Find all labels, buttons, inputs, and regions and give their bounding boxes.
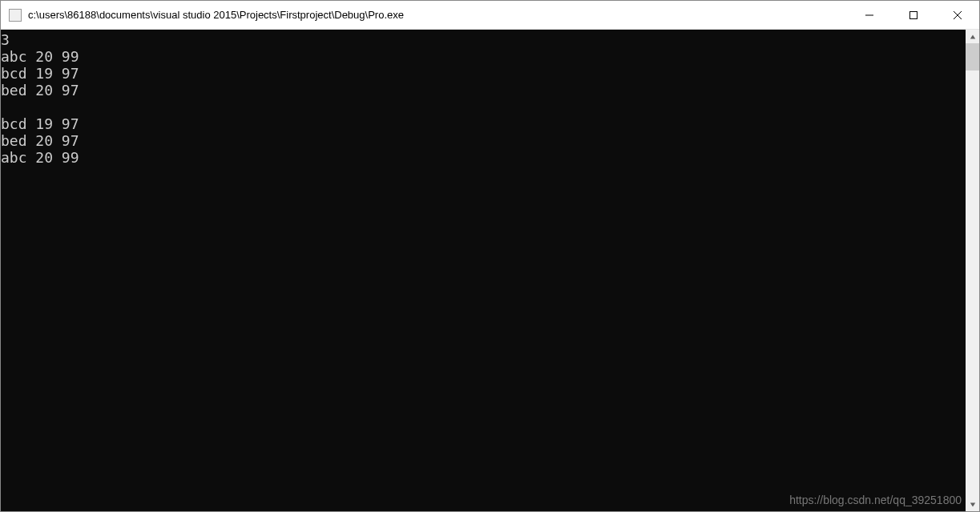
console-output[interactable]: 3 abc 20 99 bcd 19 97 bed 20 97 bcd 19 9… <box>1 30 966 511</box>
vertical-scrollbar[interactable] <box>966 30 979 511</box>
scroll-up-button[interactable] <box>966 30 979 43</box>
console-window: c:\users\86188\documents\visual studio 2… <box>0 0 980 512</box>
close-icon <box>954 11 962 19</box>
svg-marker-5 <box>970 502 974 506</box>
window-controls <box>847 1 979 29</box>
console-body: 3 abc 20 99 bcd 19 97 bed 20 97 bcd 19 9… <box>1 30 979 511</box>
svg-marker-4 <box>970 34 974 38</box>
chevron-up-icon <box>970 34 976 40</box>
window-title: c:\users\86188\documents\visual studio 2… <box>28 9 847 21</box>
app-icon <box>9 9 22 22</box>
close-button[interactable] <box>935 1 979 29</box>
minimize-button[interactable] <box>847 1 891 29</box>
titlebar[interactable]: c:\users\86188\documents\visual studio 2… <box>1 1 979 30</box>
chevron-down-icon <box>970 502 976 508</box>
scrollbar-track[interactable] <box>966 43 979 498</box>
svg-rect-1 <box>909 11 917 18</box>
minimize-icon <box>865 11 873 19</box>
maximize-button[interactable] <box>891 1 935 29</box>
scroll-down-button[interactable] <box>966 498 979 511</box>
scrollbar-thumb[interactable] <box>966 43 979 71</box>
maximize-icon <box>909 11 917 19</box>
